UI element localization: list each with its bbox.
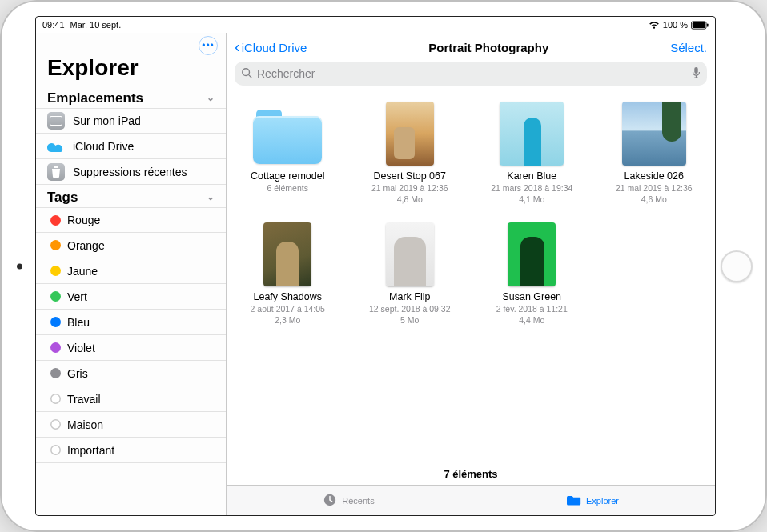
sidebar-location-item[interactable]: Suppressions récentes — [36, 159, 226, 185]
main-panel: ‹ iCloud Drive Portrait Photography Séle… — [227, 33, 715, 515]
ellipsis-icon: ••• — [202, 40, 215, 51]
sidebar-tag-label: Gris — [67, 367, 88, 380]
tag-dot-icon — [50, 215, 61, 226]
item-meta-date: 6 éléments — [236, 183, 339, 194]
sidebar-location-label: Suppressions récentes — [73, 166, 187, 178]
item-meta-size: 4,1 Mo — [480, 194, 583, 205]
sidebar-tag-item[interactable]: Jaune — [36, 258, 226, 284]
sidebar-tag-item[interactable]: Rouge — [36, 207, 226, 233]
sidebar-tag-label: Violet — [67, 342, 95, 354]
tags-list: RougeOrangeJauneVertBleuVioletGrisTravai… — [36, 207, 226, 463]
sidebar-tag-label: Vert — [67, 290, 87, 303]
sidebar-tag-item[interactable]: Important — [36, 438, 226, 463]
svg-rect-5 — [694, 66, 697, 73]
item-meta-size: 4,6 Mo — [603, 194, 705, 205]
file-item[interactable]: Susan Green2 fév. 2018 à 11:214,4 Mo — [480, 222, 583, 326]
tab-recents-label: Récents — [342, 496, 374, 506]
search-icon — [241, 67, 252, 81]
locations-header[interactable]: Emplacements ⌄ — [36, 86, 226, 108]
sidebar-tag-item[interactable]: Bleu — [36, 310, 226, 335]
tag-dot-icon — [50, 445, 61, 455]
select-button[interactable]: Sélect. — [670, 41, 707, 54]
svg-rect-2 — [707, 23, 709, 26]
home-button[interactable] — [721, 250, 753, 282]
battery-text: 100 % — [663, 20, 688, 30]
thumbnail — [263, 222, 311, 286]
folder-item[interactable]: Cottage remodel6 éléments — [236, 102, 339, 205]
search-placeholder: Rechercher — [257, 67, 315, 80]
tab-browse[interactable]: Explorer — [471, 486, 715, 515]
file-item[interactable]: Karen Blue21 mars 2018 à 19:344,1 Mo — [480, 102, 583, 205]
tab-browse-label: Explorer — [586, 496, 619, 506]
item-meta-date: 21 mai 2019 à 12:36 — [603, 183, 705, 194]
item-meta-size: 4,4 Mo — [480, 315, 583, 326]
item-meta-date: 21 mai 2019 à 12:36 — [359, 183, 461, 194]
svg-line-4 — [249, 74, 252, 78]
item-meta-size: 2,3 Mo — [236, 315, 339, 326]
item-name: Lakeside 026 — [603, 170, 705, 182]
item-meta-date: 2 août 2017 à 14:05 — [236, 304, 339, 314]
tag-dot-icon — [50, 394, 61, 404]
tag-dot-icon — [50, 291, 61, 302]
front-camera — [17, 263, 22, 269]
tab-recents[interactable]: Récents — [227, 486, 471, 515]
sidebar-tag-label: Orange — [67, 239, 105, 252]
item-name: Susan Green — [480, 291, 583, 303]
thumbnail — [508, 222, 556, 286]
status-right: 100 % — [649, 20, 709, 30]
sidebar-tag-item[interactable]: Violet — [36, 335, 226, 361]
item-name: Karen Blue — [480, 170, 583, 182]
search-bar[interactable]: Rechercher — [227, 62, 715, 92]
items-grid: Cottage remodel6 élémentsDesert Stop 067… — [227, 92, 715, 463]
folder-icon — [567, 493, 581, 509]
sidebar-tag-item[interactable]: Vert — [36, 284, 226, 310]
sidebar-location-item[interactable]: iCloud Drive — [36, 134, 226, 159]
icloud-icon — [47, 138, 65, 155]
tag-dot-icon — [50, 266, 61, 276]
mic-icon[interactable] — [692, 66, 701, 82]
tag-dot-icon — [50, 419, 61, 430]
wifi-icon — [649, 21, 660, 30]
thumbnail — [386, 222, 434, 286]
file-item[interactable]: Lakeside 02621 mai 2019 à 12:364,6 Mo — [603, 102, 705, 205]
file-item[interactable]: Leafy Shadows2 août 2017 à 14:052,3 Mo — [236, 222, 339, 326]
back-label: iCloud Drive — [242, 41, 307, 54]
status-date: Mar. 10 sept. — [70, 20, 122, 30]
file-item[interactable]: Mark Flip12 sept. 2018 à 09:325 Mo — [359, 222, 461, 326]
tag-dot-icon — [50, 342, 61, 353]
tag-dot-icon — [50, 368, 61, 378]
chevron-down-icon: ⌄ — [207, 92, 215, 103]
back-button[interactable]: ‹ iCloud Drive — [235, 41, 307, 54]
sidebar-location-item[interactable]: Sur mon iPad — [36, 108, 226, 134]
file-item[interactable]: Desert Stop 06721 mai 2019 à 12:364,8 Mo — [359, 102, 461, 205]
sidebar-tag-item[interactable]: Maison — [36, 412, 226, 438]
item-name: Cottage remodel — [236, 170, 339, 182]
item-name: Mark Flip — [359, 291, 461, 303]
item-name: Leafy Shadows — [236, 291, 339, 303]
sidebar-tag-label: Travail — [67, 393, 101, 406]
status-time: 09:41 — [42, 20, 65, 30]
clock-icon — [323, 493, 337, 509]
folder-title: Portrait Photography — [428, 41, 548, 54]
item-name: Desert Stop 067 — [359, 170, 461, 182]
more-button[interactable]: ••• — [199, 36, 218, 55]
battery-icon — [691, 21, 709, 30]
sidebar-location-label: iCloud Drive — [73, 140, 134, 153]
sidebar-tag-label: Rouge — [67, 214, 100, 226]
trash-icon — [47, 163, 65, 181]
ipad-icon — [47, 112, 65, 130]
item-meta-size: 5 Mo — [359, 315, 461, 326]
locations-header-label: Emplacements — [47, 90, 143, 106]
status-bar: 09:41 Mar. 10 sept. 100 % — [36, 17, 715, 33]
tags-header-label: Tags — [47, 190, 78, 206]
main-navbar: ‹ iCloud Drive Portrait Photography Séle… — [227, 33, 715, 62]
sidebar-tag-label: Bleu — [67, 316, 90, 329]
tags-header[interactable]: Tags ⌄ — [36, 185, 226, 207]
svg-rect-1 — [693, 22, 705, 28]
sidebar-tag-item[interactable]: Travail — [36, 386, 226, 412]
content-split: ••• Explorer Emplacements ⌄ Sur mon iPad… — [36, 33, 715, 515]
sidebar-tag-item[interactable]: Orange — [36, 233, 226, 258]
sidebar-tag-item[interactable]: Gris — [36, 361, 226, 386]
item-meta-date: 21 mars 2018 à 19:34 — [480, 183, 583, 194]
thumbnail — [386, 102, 434, 166]
